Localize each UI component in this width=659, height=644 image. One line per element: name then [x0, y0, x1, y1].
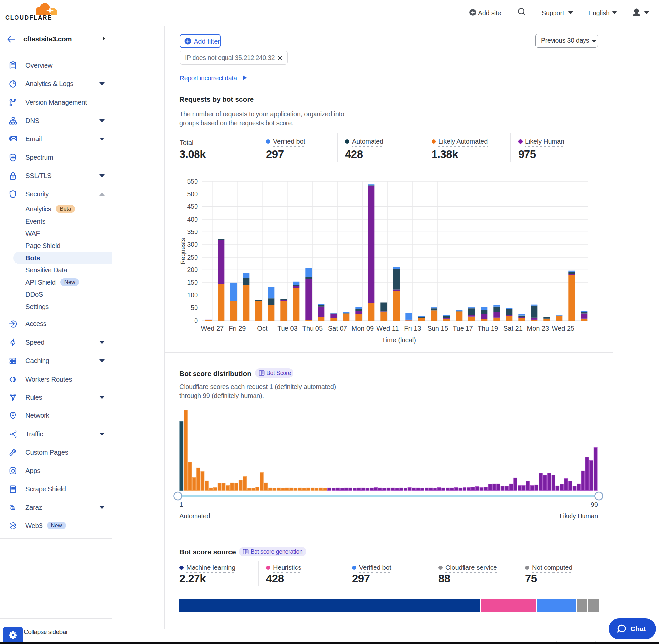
svg-text:Thu 19: Thu 19 — [478, 325, 498, 332]
svg-text:Wed 25: Wed 25 — [552, 325, 574, 332]
svg-text:Tue 17: Tue 17 — [453, 325, 473, 332]
svg-text:550: 550 — [187, 178, 198, 185]
svg-text:Sat 07: Sat 07 — [328, 325, 347, 332]
svg-text:400: 400 — [187, 216, 198, 223]
svg-text:350: 350 — [187, 228, 198, 235]
svg-text:Requests: Requests — [179, 238, 186, 264]
svg-text:Fri 13: Fri 13 — [404, 325, 421, 332]
svg-text:Tue 03: Tue 03 — [277, 325, 298, 332]
svg-text:Time (local): Time (local) — [382, 336, 416, 344]
svg-text:0: 0 — [194, 317, 198, 324]
svg-text:Automated: Automated — [179, 512, 210, 520]
svg-text:450: 450 — [187, 203, 198, 210]
svg-text:50: 50 — [191, 304, 198, 311]
svg-text:200: 200 — [187, 266, 198, 273]
svg-text:Oct: Oct — [257, 325, 268, 332]
svg-text:500: 500 — [187, 190, 198, 198]
svg-text:250: 250 — [187, 254, 198, 261]
svg-text:100: 100 — [187, 292, 198, 299]
svg-text:Wed 27: Wed 27 — [201, 325, 224, 332]
svg-text:Mon 23: Mon 23 — [527, 325, 549, 332]
svg-text:300: 300 — [187, 241, 198, 248]
svg-text:99: 99 — [591, 501, 598, 508]
svg-text:Fri 29: Fri 29 — [229, 325, 245, 332]
svg-text:150: 150 — [187, 279, 198, 286]
svg-text:Wed 11: Wed 11 — [376, 325, 399, 332]
svg-text:Thu 05: Thu 05 — [302, 325, 323, 332]
svg-text:Sat 21: Sat 21 — [503, 325, 522, 332]
svg-text:Mon 09: Mon 09 — [352, 325, 374, 332]
svg-text:1: 1 — [179, 501, 183, 508]
svg-text:Sun 15: Sun 15 — [427, 325, 448, 332]
svg-text:Likely Human: Likely Human — [560, 512, 598, 520]
svg-text:CLOUDFLARE: CLOUDFLARE — [5, 15, 52, 21]
